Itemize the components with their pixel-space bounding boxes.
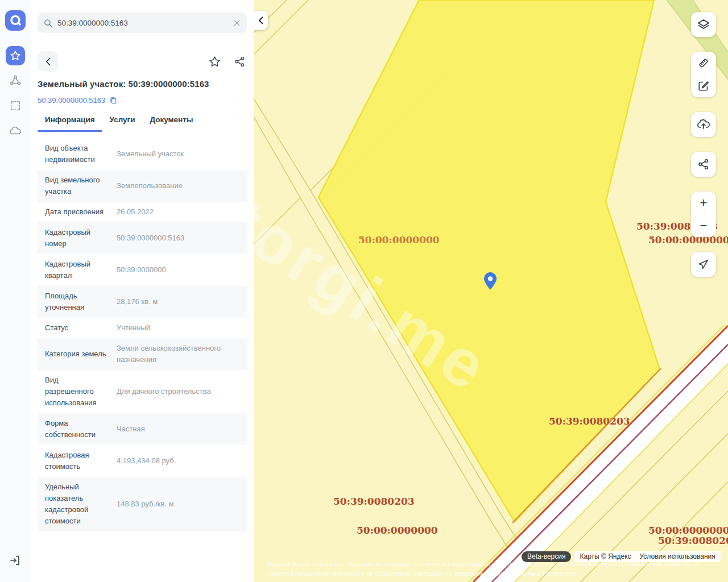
row-label: Кадастровый квартал bbox=[45, 259, 109, 281]
logo-a-icon bbox=[9, 14, 22, 27]
row-value: 26.05.2022 bbox=[117, 206, 241, 218]
map-canvas[interactable]: torgi.me 50:00:0000000 50:39:0080203 50:… bbox=[254, 0, 728, 582]
map-attribution: Beta-версия Карты © Яндекс Условия испол… bbox=[522, 551, 721, 562]
table-row: Вид земельного участка Землепользование bbox=[38, 170, 247, 202]
beta-badge: Beta-версия bbox=[522, 551, 571, 562]
polygon-nodes-icon bbox=[9, 74, 22, 87]
row-value: 28,176 кв. м bbox=[117, 296, 241, 307]
terms-of-use-link[interactable]: Условия использования bbox=[640, 552, 715, 560]
star-outline-icon bbox=[208, 55, 221, 68]
row-label: Удельный показатель кадастровой стоимост… bbox=[45, 481, 109, 527]
row-label: Форма собственности bbox=[45, 418, 109, 440]
tab-documents[interactable]: Документы bbox=[143, 115, 201, 132]
chevron-left-icon bbox=[258, 16, 263, 24]
panel-header bbox=[38, 51, 247, 72]
select-area-icon bbox=[9, 99, 22, 112]
favorite-button[interactable] bbox=[207, 54, 222, 69]
ruler-icon bbox=[697, 57, 710, 69]
sidebar-item-cloud[interactable] bbox=[6, 121, 25, 140]
page-title: Земельный участок: 50:39:0000000:5163 bbox=[38, 79, 248, 89]
edit-pencil-icon bbox=[697, 80, 710, 92]
row-label: Дата присвоения bbox=[45, 206, 109, 218]
table-row: Кадастровая стоимость 4,193,434.08 руб. bbox=[38, 445, 247, 477]
sidebar-item-polygon-tool[interactable] bbox=[6, 71, 25, 90]
clear-search-icon[interactable] bbox=[233, 19, 241, 27]
draw-tools-group bbox=[691, 52, 716, 97]
layers-button[interactable] bbox=[691, 12, 716, 37]
sidebar-item-login[interactable] bbox=[6, 551, 25, 570]
map-copyright-link[interactable]: Карты © Яндекс bbox=[580, 552, 631, 560]
locate-me-button[interactable] bbox=[691, 252, 716, 277]
row-value: 50:39:0000000 bbox=[117, 264, 241, 276]
row-label: Площадь уточненная bbox=[45, 290, 109, 313]
chevron-left-icon bbox=[46, 57, 51, 66]
app-logo[interactable] bbox=[5, 10, 26, 31]
search-bar bbox=[38, 13, 247, 33]
table-row: Вид объекта недвижимости Земельный участ… bbox=[38, 138, 247, 170]
measure-button[interactable] bbox=[691, 52, 716, 74]
table-row: Удельный показатель кадастровой стоимост… bbox=[38, 477, 247, 531]
row-label: Вид земельного участка bbox=[45, 174, 109, 197]
cloud-upload-icon bbox=[697, 118, 710, 131]
row-value: 148.83 руб./кв. м bbox=[117, 498, 241, 510]
zoom-in-button[interactable]: + bbox=[691, 192, 716, 214]
search-icon bbox=[43, 18, 53, 28]
map-base-layer bbox=[254, 0, 728, 582]
sidebar-item-favorites[interactable] bbox=[6, 46, 25, 65]
row-label: Категория земель bbox=[45, 348, 109, 360]
row-label: Вид разрешенного использования bbox=[45, 375, 109, 409]
row-value: Земли сельскохозяйственного назначения bbox=[117, 343, 241, 365]
icon-rail bbox=[0, 0, 31, 582]
row-label: Вид объекта недвижимости bbox=[45, 143, 109, 165]
share-map-button[interactable] bbox=[691, 152, 716, 177]
edit-button[interactable] bbox=[691, 74, 716, 97]
tab-services[interactable]: Услуги bbox=[102, 115, 143, 132]
minus-icon: − bbox=[700, 219, 708, 232]
table-row: Форма собственности Частная bbox=[38, 413, 247, 445]
row-label: Кадастровый номер bbox=[45, 227, 109, 250]
row-value: 50:39:0000000:5163 bbox=[117, 232, 241, 244]
table-row: Дата присвоения 26.05.2022 bbox=[38, 202, 247, 222]
app-window: torgi.me 50:00:0000000 50:39:0080203 50:… bbox=[0, 0, 728, 582]
row-label: Кадастровая стоимость bbox=[45, 450, 109, 472]
table-row: Кадастровый номер 50:39:0000000:5163 bbox=[38, 222, 247, 254]
row-value: Для дачного строительства bbox=[117, 386, 241, 397]
zoom-controls: + − bbox=[691, 192, 716, 237]
table-row: Вид разрешенного использования Для дачно… bbox=[38, 370, 247, 413]
row-value: Частная bbox=[117, 423, 241, 435]
table-row: Кадастровый квартал 50:39:0000000 bbox=[38, 254, 247, 286]
sidebar-item-area-select[interactable] bbox=[6, 96, 25, 115]
cloud-icon bbox=[9, 124, 22, 137]
login-icon bbox=[9, 554, 22, 567]
layers-icon bbox=[697, 18, 710, 31]
object-info-panel: Земельный участок: 50:39:0000000:5163 50… bbox=[31, 0, 254, 582]
share-icon bbox=[697, 158, 710, 171]
panel-tabs: Информация Услуги Документы bbox=[38, 115, 200, 132]
row-label: Статус bbox=[45, 322, 109, 334]
row-value: 4,193,434.08 руб. bbox=[117, 455, 241, 467]
navigation-arrow-icon bbox=[697, 258, 710, 271]
table-row: Категория земель Земли сельскохозяйствен… bbox=[38, 338, 247, 370]
cadastral-number-row: 50:39:0000000:5163 bbox=[38, 96, 117, 105]
upload-button[interactable] bbox=[691, 112, 716, 137]
table-row: Статус Учтенный bbox=[38, 318, 247, 338]
row-value: Учтенный bbox=[117, 322, 241, 334]
star-icon bbox=[9, 49, 22, 62]
cadastral-number-link[interactable]: 50:39:0000000:5163 bbox=[38, 96, 105, 105]
panel-collapse-button[interactable] bbox=[254, 11, 268, 30]
row-value: Земельный участок bbox=[117, 148, 241, 160]
search-input[interactable] bbox=[57, 19, 233, 27]
info-table: Вид объекта недвижимости Земельный участ… bbox=[38, 138, 247, 531]
row-value: Землепользование bbox=[117, 180, 241, 192]
copy-icon[interactable] bbox=[109, 96, 117, 105]
zoom-out-button[interactable]: − bbox=[691, 214, 716, 237]
share-icon bbox=[234, 56, 246, 68]
table-row: Площадь уточненная 28,176 кв. м bbox=[38, 286, 247, 318]
plus-icon: + bbox=[700, 197, 708, 209]
tab-information[interactable]: Информация bbox=[38, 115, 102, 132]
back-button[interactable] bbox=[38, 51, 58, 72]
share-object-button[interactable] bbox=[232, 54, 247, 69]
